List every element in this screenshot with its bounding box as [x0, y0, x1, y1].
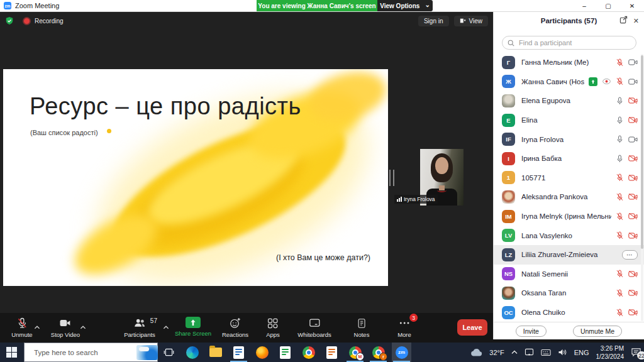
participant-photo-avatar — [502, 190, 515, 204]
unmute-button[interactable]: Unmute — [11, 317, 32, 338]
close-panel-icon[interactable]: ✕ — [633, 17, 639, 25]
edge-browser-icon[interactable] — [186, 346, 199, 359]
participant-avatar: IF — [502, 133, 515, 146]
tray-expand-caret[interactable] — [511, 350, 518, 354]
chrome-browser-icon[interactable] — [302, 346, 315, 359]
participant-search-box[interactable] — [502, 36, 636, 50]
apps-button[interactable]: Apps — [266, 317, 280, 338]
participant-row[interactable]: LVLana Vasylenko — [494, 226, 644, 245]
minimize-button[interactable]: – — [572, 0, 596, 11]
camera-off-icon — [628, 212, 638, 220]
reactions-label: Reactions — [222, 331, 248, 338]
view-layout-button[interactable]: View — [454, 16, 489, 26]
taskbar-search-input[interactable] — [33, 348, 132, 357]
video-options-caret[interactable] — [80, 321, 86, 332]
camera-icon — [58, 317, 72, 329]
zoom-taskbar-icon[interactable]: zm — [395, 346, 408, 359]
participant-avatar: OC — [502, 306, 515, 319]
panel-scrollbar-thumb[interactable] — [641, 55, 643, 249]
participants-options-caret[interactable] — [164, 321, 169, 332]
slide-subtitle: (Ваш список радості) — [30, 129, 98, 136]
share-screen-button[interactable]: Share Screen — [175, 317, 211, 337]
video-panel-handle[interactable] — [389, 170, 394, 186]
popout-panel-icon[interactable] — [619, 15, 628, 26]
participants-panel: Participants (57) ✕ ГГанна Мельник (Me)Ж… — [493, 11, 644, 339]
participant-row[interactable]: ЖЖанна Савич (Host) — [494, 72, 644, 92]
chevron-down-icon: ⌄ — [425, 1, 430, 8]
notification-count-badge: 22 — [637, 351, 644, 359]
taskbar-search-box[interactable] — [24, 343, 158, 362]
chrome-profile-icon[interactable]: r — [372, 346, 385, 359]
task-view-button[interactable] — [162, 346, 175, 359]
participant-avatar: 1 — [502, 171, 515, 184]
firefox-browser-icon[interactable] — [255, 346, 269, 359]
view-options-label: View Options — [380, 3, 419, 9]
participant-name: Liliia Zhuravel-Zmieieva — [521, 251, 618, 258]
language-indicator[interactable]: ENG — [574, 349, 589, 356]
leave-button[interactable]: Leave — [457, 319, 487, 336]
action-center-button[interactable]: 22 — [631, 348, 641, 357]
participant-avatar: E — [502, 114, 515, 127]
temperature-label[interactable]: 32°F — [489, 349, 504, 356]
participant-avatar: LV — [502, 229, 515, 242]
participant-avatar: NS — [502, 267, 515, 280]
cast-device-icon[interactable] — [525, 348, 534, 356]
reactions-button[interactable]: Reactions — [222, 317, 248, 338]
participant-search-input[interactable] — [518, 38, 631, 47]
sign-in-button[interactable]: Sign in — [418, 16, 449, 26]
invite-button[interactable]: Invite — [516, 326, 547, 337]
speaker-volume-icon[interactable] — [558, 348, 567, 356]
speaker-video-thumbnail[interactable]: Iryna Frolova — [420, 149, 464, 206]
impress-presentation-icon[interactable] — [325, 346, 338, 359]
mic-muted-icon — [16, 317, 28, 329]
meeting-top-bar: Recording Sign in View — [0, 14, 493, 28]
participant-row[interactable]: NSNatali Semenii — [494, 265, 644, 284]
touch-keyboard-icon[interactable] — [541, 349, 551, 356]
windows-taskbar: M r zm 32°F ENG 3:26 PM 1/23/2024 22 — [0, 343, 644, 362]
participant-row[interactable]: EElina — [494, 111, 644, 130]
camera-off-icon — [628, 97, 638, 104]
participant-row[interactable]: Aleksandra Pankova — [494, 187, 644, 207]
maximize-button[interactable]: ▢ — [596, 0, 620, 11]
start-button[interactable] — [6, 347, 17, 358]
notes-button[interactable]: Notes — [354, 317, 370, 338]
recording-label: Recording — [35, 18, 64, 25]
apps-label: Apps — [266, 331, 280, 338]
participant-row[interactable]: OCOlena Chuiko — [494, 303, 644, 322]
whiteboards-button[interactable]: Whiteboards — [297, 317, 331, 338]
calc-spreadsheet-icon[interactable] — [279, 346, 292, 359]
unmute-options-caret[interactable] — [35, 321, 40, 332]
taskbar-clock[interactable]: 3:26 PM 1/23/2024 — [596, 344, 625, 361]
participant-avatar: LZ — [502, 248, 515, 261]
participant-name: Oksana Taran — [521, 289, 611, 297]
writer-document-icon[interactable] — [232, 346, 245, 359]
participants-button[interactable]: 57 Participants — [124, 317, 155, 338]
notes-icon — [356, 317, 367, 329]
participant-avatar: Ж — [502, 75, 515, 88]
participant-row[interactable]: Elena Egupova — [494, 91, 644, 111]
participant-row[interactable]: 1105771 — [494, 168, 644, 188]
mic-muted-icon — [616, 193, 624, 201]
participant-name: Iryna Melnyk (Ірина Мельник) — [521, 212, 611, 220]
participant-more-button[interactable]: ⋯ — [622, 250, 638, 260]
participant-row[interactable]: IFIryna Frolova — [494, 129, 644, 149]
unmute-me-button[interactable]: Unmute Me — [573, 326, 622, 337]
chrome-gmail-icon[interactable]: M — [348, 346, 362, 359]
more-button[interactable]: 3 More — [397, 317, 411, 338]
zoom-app-icon: zm — [4, 2, 11, 9]
participant-row[interactable]: ГГанна Мельник (Me) — [494, 53, 644, 72]
participant-row[interactable]: IMIryna Melnyk (Ірина Мельник) — [494, 207, 644, 226]
mic-icon — [616, 135, 624, 143]
security-shield-icon[interactable] — [5, 16, 14, 25]
view-options-button[interactable]: View Options ⌄ — [377, 0, 433, 11]
chrome-profile-badge: r — [379, 353, 387, 361]
close-button[interactable]: ✕ — [620, 0, 644, 11]
participant-row[interactable]: Oksana Taran — [494, 283, 644, 303]
stop-video-button[interactable]: Stop Video — [51, 317, 80, 338]
speaker-name: Iryna Frolova — [404, 196, 435, 202]
participant-row[interactable]: LZLiliia Zhuravel-Zmieieva⋯ — [494, 245, 644, 265]
file-explorer-icon[interactable] — [209, 346, 222, 359]
participant-name: 105771 — [521, 174, 611, 182]
participant-row[interactable]: IІрина Бабка — [494, 149, 644, 168]
recording-dot-icon[interactable] — [23, 17, 31, 25]
